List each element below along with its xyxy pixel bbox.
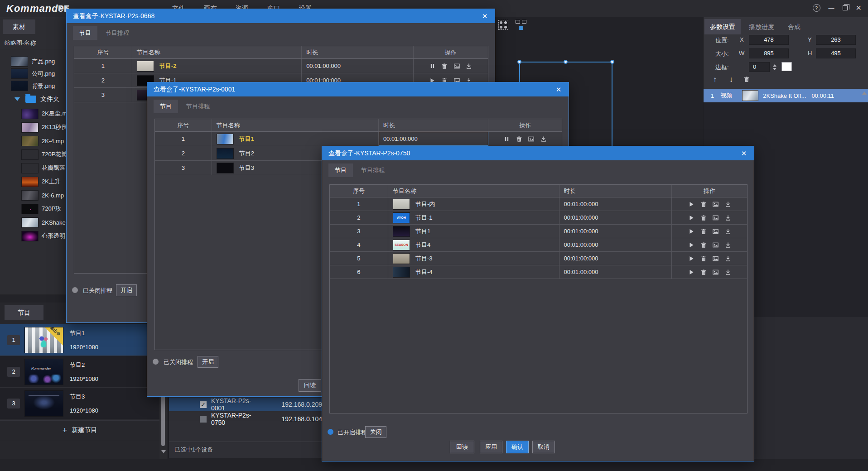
screen-select-icon[interactable] [498, 20, 508, 30]
play-icon[interactable] [688, 228, 695, 235]
tab-composite[interactable]: 合成 [782, 19, 806, 34]
list-item[interactable]: 2K-6.mp [0, 188, 66, 202]
list-item[interactable]: 720P花瓣 [0, 148, 66, 161]
delete-icon[interactable] [700, 201, 707, 208]
scroll-down-icon[interactable] [161, 450, 166, 453]
program-item[interactable]: 2 Kommander 节目21920*1080 [0, 356, 159, 388]
tab-program[interactable]: 节目 [328, 163, 353, 177]
layer-item[interactable]: 1 视频 2KShake It Off... 00:00:11 [704, 89, 868, 102]
expand-arrow-icon[interactable] [14, 97, 20, 101]
tab-playback-progress[interactable]: 播放进度 [743, 19, 780, 34]
image-icon[interactable] [453, 62, 460, 70]
dialog-titlebar[interactable]: 查看盒子-KYSTAR-P2s-0750 [322, 146, 754, 160]
download-icon[interactable] [540, 135, 547, 143]
download-icon[interactable] [724, 269, 732, 276]
dialog-titlebar[interactable]: 查看盒子-KYSTAR-P2s-0001 [147, 82, 569, 96]
height-input[interactable]: 495 [816, 48, 856, 58]
width-input[interactable]: 895 [749, 48, 789, 58]
list-item[interactable]: 公司.png [0, 67, 66, 80]
download-icon[interactable] [465, 62, 473, 70]
download-icon[interactable] [724, 255, 732, 262]
program-item[interactable]: 1 输出中 节目11920*1080 [0, 324, 159, 356]
restore-icon[interactable] [843, 5, 848, 10]
x-input[interactable]: 478 [749, 35, 789, 45]
device-row[interactable]: KYSTAR-P2s-0750 192.168.0.104 [169, 412, 322, 426]
tab-materials[interactable]: 素材 [3, 19, 35, 34]
list-item[interactable]: 2K-4.mp [0, 134, 66, 148]
list-item[interactable]: 花瓣飘落 [0, 161, 66, 175]
border-stepper[interactable] [772, 62, 778, 72]
table-row[interactable]: 1 节目-2 00:01:00:000 [74, 59, 488, 73]
tab-program-schedule[interactable]: 节目排程 [180, 100, 216, 113]
pause-icon[interactable] [429, 62, 436, 70]
apply-button[interactable]: 应用 [480, 441, 502, 453]
readback-button[interactable]: 回读 [450, 441, 474, 453]
checkbox-checked-icon[interactable] [200, 401, 207, 408]
horizontal-scrollbar[interactable] [0, 294, 66, 295]
disable-schedule-button[interactable]: 关闭 [365, 426, 386, 438]
enable-schedule-button[interactable]: 开启 [198, 356, 218, 368]
tab-program[interactable]: 节目 [73, 26, 97, 40]
close-icon[interactable]: ✕ [739, 149, 748, 158]
list-item[interactable]: 心形透明 [0, 229, 66, 243]
delete-icon[interactable] [700, 269, 707, 276]
folder-item[interactable]: 文件夹 [0, 93, 66, 105]
download-icon[interactable] [724, 201, 732, 208]
table-row[interactable]: 1 节目-内 00:01:00:000 [330, 197, 747, 211]
table-row[interactable]: 4 SEASON节目4 00:01:00:000 [330, 238, 747, 252]
delete-icon[interactable] [516, 135, 523, 143]
tab-programs[interactable]: 节目 [5, 305, 43, 320]
play-icon[interactable] [688, 269, 695, 276]
confirm-button[interactable]: 确认 [506, 441, 529, 453]
program-item[interactable]: 3 节目31920*1080 [0, 388, 159, 419]
table-row[interactable]: 2 AYOH节目-1 00:01:00:000 [330, 211, 747, 225]
close-icon[interactable]: ✕ [856, 4, 862, 12]
play-icon[interactable] [688, 255, 695, 262]
image-icon[interactable] [712, 228, 719, 235]
move-down-icon[interactable]: ↓ [726, 75, 736, 84]
close-icon[interactable]: ✕ [554, 85, 563, 94]
device-row[interactable]: KYSTAR-P2s-0001 192.168.0.209 [169, 398, 322, 411]
help-icon[interactable]: ? [813, 4, 820, 12]
resize-handle[interactable] [610, 60, 614, 64]
border-color-swatch[interactable] [781, 62, 792, 71]
list-item[interactable]: 背景.png [0, 80, 66, 92]
delete-icon[interactable] [700, 228, 707, 235]
list-item[interactable]: 2K13秒倒 [0, 120, 66, 134]
delete-icon[interactable] [700, 214, 707, 221]
checkbox-unchecked-icon[interactable] [200, 416, 207, 423]
image-icon[interactable] [712, 269, 719, 276]
image-icon[interactable] [712, 214, 719, 221]
cancel-button[interactable]: 取消 [532, 441, 555, 453]
play-icon[interactable] [688, 241, 695, 249]
readback-button[interactable]: 回读 [299, 379, 321, 392]
delete-icon[interactable] [743, 75, 751, 83]
image-icon[interactable] [528, 135, 535, 143]
tab-program[interactable]: 节目 [154, 100, 178, 113]
delete-icon[interactable] [700, 241, 707, 249]
move-up-icon[interactable]: ↑ [710, 75, 720, 84]
list-item[interactable]: 产品.png [0, 55, 66, 67]
tab-program-schedule[interactable]: 节目排程 [355, 163, 391, 177]
dialog-titlebar[interactable]: 查看盒子-KYSTAR-P2s-0668 [67, 9, 495, 23]
list-item[interactable]: 720P玫 [0, 202, 66, 216]
y-input[interactable]: 263 [816, 35, 856, 45]
new-program-button[interactable]: + 新建节目 [0, 420, 159, 440]
list-item[interactable]: 2KShake [0, 216, 66, 229]
play-icon[interactable] [688, 214, 695, 221]
pause-icon[interactable] [503, 135, 511, 143]
resize-handle[interactable] [564, 60, 568, 64]
delete-icon[interactable] [441, 62, 448, 70]
image-icon[interactable] [712, 241, 719, 249]
image-icon[interactable] [712, 255, 719, 262]
table-row[interactable]: 5 节目-3 00:01:00:000 [330, 252, 747, 265]
delete-icon[interactable] [700, 255, 707, 262]
table-row[interactable]: 1 节目1 00:01:00:000 [155, 132, 562, 146]
download-icon[interactable] [724, 228, 732, 235]
download-icon[interactable] [724, 241, 732, 249]
table-row[interactable]: 6 节目-4 00:01:00:000 [330, 265, 747, 279]
border-input[interactable]: 0 [749, 62, 770, 72]
scroll-up-icon[interactable] [862, 91, 867, 95]
minimize-icon[interactable]: — [829, 5, 834, 11]
play-icon[interactable] [688, 201, 695, 208]
